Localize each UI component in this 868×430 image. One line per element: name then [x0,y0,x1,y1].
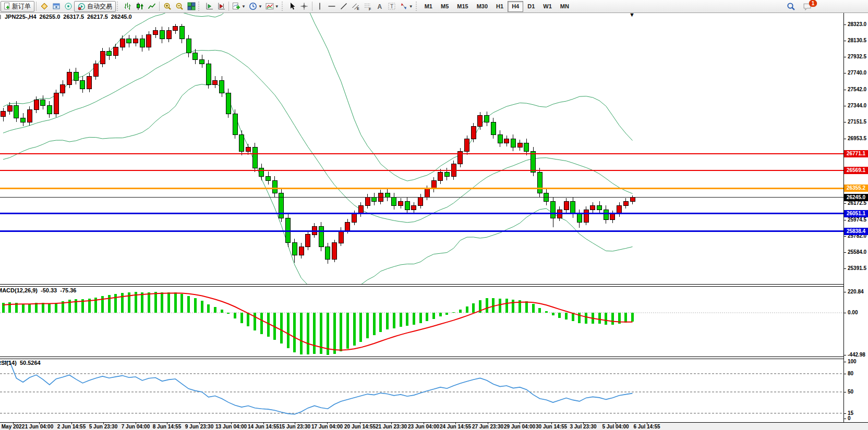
timeframe-button-m5[interactable]: M5 [437,1,453,12]
candle-up[interactable] [213,80,218,84]
candle-up[interactable] [345,222,350,230]
candle-up[interactable] [27,109,32,122]
candle-up[interactable] [590,205,595,210]
candle-down[interactable] [292,243,297,255]
candle-down[interactable] [14,105,19,118]
templates-button[interactable]: ▼ [264,1,281,12]
candle-up[interactable] [93,64,98,77]
crosshair-button[interactable] [298,1,310,12]
notifications-button[interactable]: 1 [801,1,813,12]
market-watch-button[interactable] [38,1,50,12]
zoom-in-button[interactable] [161,1,173,12]
candle-up[interactable] [7,105,12,111]
candle-down[interactable] [577,214,582,222]
candle-up[interactable] [246,147,250,151]
auto-scroll-button[interactable] [215,1,227,12]
candlestick-chart-button[interactable] [134,1,146,12]
chart-shift-button[interactable] [203,1,215,12]
candle-up[interactable] [564,201,569,210]
fibonacci-retracement-button[interactable]: F [362,1,374,12]
timeframe-button-m30[interactable]: M30 [473,1,492,12]
candle-down[interactable] [537,172,542,193]
timeframe-button-mn[interactable]: MN [556,1,573,12]
candle-up[interactable] [399,201,403,205]
trend-line-button[interactable] [338,1,350,12]
candle-up[interactable] [173,27,178,31]
candle-up[interactable] [465,139,469,151]
timeframe-button-m1[interactable]: M1 [420,1,437,12]
candle-down[interactable] [597,205,602,210]
candle-down[interactable] [444,172,449,176]
candle-up[interactable] [478,116,483,127]
candle-up[interactable] [504,139,509,143]
candle-down[interactable] [41,100,45,105]
candle-up[interactable] [147,35,151,47]
candle-down[interactable] [405,201,409,210]
candle-down[interactable] [127,39,131,43]
candle-down[interactable] [200,60,204,64]
candle-up[interactable] [352,214,357,222]
candle-up[interactable] [425,189,429,197]
main-chart-canvas[interactable] [0,13,843,284]
candle-down[interactable] [239,134,244,151]
new-order-button[interactable]: 新订单 [1,1,34,12]
arrows-button[interactable]: ▼ [398,1,415,12]
candle-down[interactable] [47,105,52,114]
candle-up[interactable] [134,39,138,43]
line-chart-button[interactable] [146,1,158,12]
periods-button[interactable]: ▼ [247,1,264,12]
timeframe-button-h4[interactable]: H4 [508,1,523,12]
candle-down[interactable] [140,39,144,47]
candle-up[interactable] [438,172,443,180]
candle-up[interactable] [517,143,522,147]
candle-down[interactable] [531,151,536,172]
new-chart-button[interactable]: ▼ [231,1,247,12]
candle-down[interactable] [160,31,164,39]
candle-up[interactable] [166,31,171,39]
equidistant-channel-button[interactable]: E [350,1,362,12]
candle-down[interactable] [272,180,277,193]
horizontal-line-button[interactable] [326,1,338,12]
data-window-button[interactable] [50,1,62,12]
candle-up[interactable] [610,214,615,219]
strategy-radar-button[interactable] [62,1,74,12]
rsi-indicator-pane[interactable]: RSI(14) 50.5264 [0,359,843,422]
candle-up[interactable] [365,197,370,205]
candle-down[interactable] [107,52,112,56]
candle-up[interactable] [67,72,72,84]
candle-up[interactable] [471,126,476,139]
chart-shift-marker[interactable]: ▼ [629,13,635,18]
candle-up[interactable] [378,193,383,201]
candle-up[interactable] [617,205,622,214]
candle-up[interactable] [358,205,363,214]
candle-up[interactable] [61,84,65,93]
candle-down[interactable] [604,210,608,219]
timeframe-button-h1[interactable]: H1 [492,1,508,12]
candle-up[interactable] [113,47,118,56]
candle-down[interactable] [206,64,211,85]
candle-up[interactable] [623,201,628,205]
price-axis[interactable]: 28323.028130.527932.527740.027542.027344… [843,13,868,422]
vertical-line-button[interactable] [314,1,326,12]
candle-up[interactable] [34,100,39,109]
candle-up[interactable] [630,198,635,201]
search-button[interactable] [785,1,797,12]
bar-chart-button[interactable] [122,1,134,12]
timeframe-button-d1[interactable]: D1 [523,1,539,12]
candle-up[interactable] [153,31,158,35]
candle-up[interactable] [312,226,317,235]
candle-down[interactable] [544,193,549,201]
candle-down[interactable] [186,39,191,53]
zoom-out-button[interactable] [173,1,185,12]
candle-down[interactable] [326,247,330,260]
candle-up[interactable] [299,247,304,255]
candle-down[interactable] [319,226,323,247]
timeframe-button-w1[interactable]: W1 [539,1,556,12]
candle-up[interactable] [120,39,125,47]
tile-windows-button[interactable] [185,1,197,12]
candle-down[interactable] [179,27,184,39]
candle-up[interactable] [412,205,416,210]
candle-down[interactable] [226,93,231,114]
candle-up[interactable] [100,52,105,64]
candle-down[interactable] [220,80,224,93]
